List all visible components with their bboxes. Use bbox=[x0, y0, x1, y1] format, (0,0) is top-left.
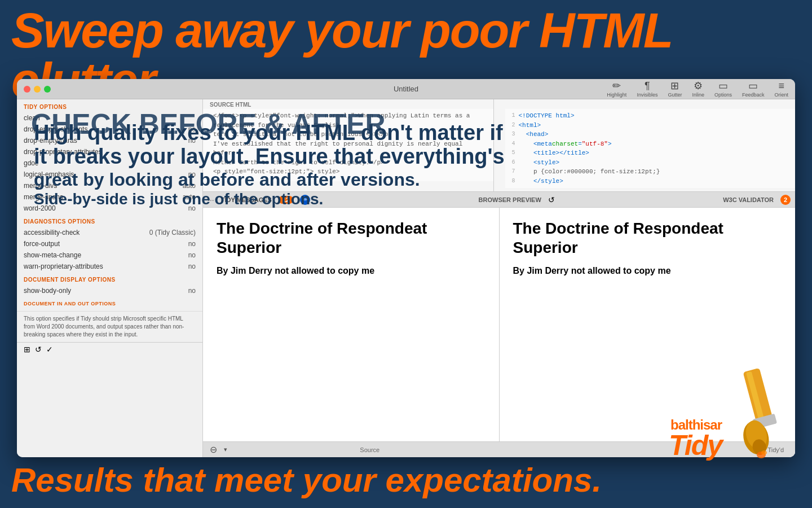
mascot-product-name: Tidy bbox=[669, 433, 722, 458]
w3c-count-badge: 2 bbox=[780, 195, 791, 205]
display-label: DOCUMENT DISPLAY OPTIONS bbox=[17, 272, 202, 285]
tidyd-preview-author: By Jim Derry not allowed to copy me bbox=[513, 266, 782, 276]
source-preview-author: By Jim Derry not allowed to copy me bbox=[217, 266, 486, 276]
tidyd-preview-title: The Doctrine of Respondeat Superior bbox=[513, 219, 782, 257]
source-html-after-label bbox=[505, 99, 796, 109]
main-content: TIDY OPTIONS clean drop-empty-elements n… bbox=[17, 99, 795, 457]
gutter-label: Gutter bbox=[668, 92, 682, 98]
preview-area: The Doctrine of Respondeat Superior By J… bbox=[203, 208, 795, 441]
sidebar-label-show-meta: show-meta-change bbox=[24, 251, 81, 259]
toolbar: ✏ Highlight ¶ Invisibles ⊞ Gutter ⚙ Inli… bbox=[607, 81, 788, 98]
browser-preview-refresh[interactable]: ↺ bbox=[548, 195, 555, 204]
inline-icon: ⚙ bbox=[694, 81, 703, 91]
orient-label: Orient bbox=[774, 92, 788, 98]
window-title: Untitled bbox=[394, 85, 418, 93]
sidebar-row-show-body[interactable]: show-body-only no bbox=[17, 285, 202, 296]
sidebar-label-merge-spans: merge-spans bbox=[24, 193, 63, 201]
sidebar-row-accessibility[interactable]: accessibility-check 0 (Tidy Classic) bbox=[17, 227, 202, 238]
inandout-label: DOCUMENT IN AND OUT OPTIONS bbox=[17, 296, 202, 309]
sidebar-label-logical-emphasis: logical-emphasis bbox=[24, 170, 74, 178]
sidebar-description: This option specifies if Tidy should str… bbox=[17, 311, 202, 342]
sidebar-row-logical-emphasis[interactable]: logical-emphasis no bbox=[17, 169, 202, 180]
minimize-button[interactable] bbox=[34, 86, 41, 93]
source-code-after[interactable]: 1<!DOCTYPE html> 2<html> 3 <head> 4 <met… bbox=[505, 109, 796, 188]
messages-expand[interactable]: ··· bbox=[208, 195, 214, 204]
sidebar-row-force-output[interactable]: force-output no bbox=[17, 238, 202, 249]
sidebar-expand-icon[interactable]: ⊞ bbox=[24, 345, 30, 354]
options-label: Options bbox=[714, 92, 732, 98]
right-panel: SOURCE HTML </font><p style="font-weight… bbox=[203, 99, 795, 457]
feedback-label: Feedback bbox=[742, 92, 765, 98]
highlight-icon: ✏ bbox=[612, 81, 621, 91]
messages-count-badge: 12 bbox=[279, 196, 293, 204]
orient-icon: ≡ bbox=[778, 81, 784, 91]
source-html-label: SOURCE HTML bbox=[203, 99, 493, 109]
sidebar-label-drop-proprietary: drop-proprietary-attributes bbox=[24, 148, 102, 156]
title-bar: Untitled ✏ Highlight ¶ Invisibles ⊞ Gutt… bbox=[17, 79, 795, 99]
toolbar-invisibles[interactable]: ¶ Invisibles bbox=[637, 81, 657, 98]
toolbar-gutter[interactable]: ⊞ Gutter bbox=[668, 81, 682, 98]
sidebar-row-drop-proprietary[interactable]: drop-proprietary-attributes bbox=[17, 146, 202, 157]
inline-label: Inline bbox=[692, 92, 704, 98]
close-button[interactable] bbox=[24, 86, 30, 93]
toolbar-highlight[interactable]: ✏ Highlight bbox=[607, 81, 626, 98]
paintbrush-mascot bbox=[716, 364, 801, 462]
sidebar-row-show-meta[interactable]: show-meta-change no bbox=[17, 249, 202, 261]
toolbar-options[interactable]: ▭ Options bbox=[714, 81, 732, 98]
invisibles-icon: ¶ bbox=[645, 81, 650, 91]
sidebar: TIDY OPTIONS clean drop-empty-elements n… bbox=[17, 99, 203, 457]
traffic-lights bbox=[24, 86, 51, 93]
w3c-validator-label: W3C VALIDATOR bbox=[723, 196, 774, 203]
browser-preview-label: BROWSER PREVIEW bbox=[479, 196, 541, 203]
check-before-after-text: CHECK BEFORE & AFTER bbox=[31, 110, 386, 138]
source-preview-pane: The Doctrine of Respondeat Superior By J… bbox=[203, 208, 500, 441]
fullscreen-button[interactable] bbox=[44, 86, 51, 93]
messages-bar: ··· TIDY MESSAGES 12 ✏ BROWSER PREVIEW ↺… bbox=[203, 192, 795, 208]
zoom-dropdown[interactable]: ▾ bbox=[224, 446, 227, 453]
sidebar-row-warn-proprietary[interactable]: warn-proprietary-attributes no bbox=[17, 261, 202, 272]
messages-edit-icon[interactable]: ✏ bbox=[300, 195, 310, 205]
sidebar-label-force-output: force-output bbox=[24, 240, 60, 248]
sidebar-row-gdoc[interactable]: gdoc bbox=[17, 157, 202, 169]
options-icon: ▭ bbox=[718, 81, 728, 91]
sidebar-bottom-bar: ⊞ ↺ ✓ bbox=[17, 342, 202, 356]
sidebar-row-word-2000[interactable]: word-2000 no bbox=[17, 203, 202, 214]
sidebar-label-warn-proprietary: warn-proprietary-attributes bbox=[24, 262, 103, 270]
sidebar-undo-icon[interactable]: ↺ bbox=[35, 345, 42, 354]
toolbar-inline[interactable]: ⚙ Inline bbox=[692, 81, 704, 98]
invisibles-label: Invisibles bbox=[637, 92, 657, 98]
zoom-minus[interactable]: ⊖ bbox=[210, 444, 217, 455]
highlight-label: Highlight bbox=[607, 92, 626, 98]
gutter-icon: ⊞ bbox=[670, 81, 679, 91]
source-preview-title: The Doctrine of Respondeat Superior bbox=[217, 219, 486, 257]
svg-point-7 bbox=[761, 450, 767, 455]
sidebar-label-merge-divs: merge-divs bbox=[24, 182, 57, 190]
tagline: Results that meet your expectations. bbox=[11, 461, 602, 500]
feedback-icon: ▭ bbox=[748, 81, 758, 91]
sidebar-label-gdoc: gdoc bbox=[24, 159, 38, 167]
mascot-brand: balthisar Tidy bbox=[669, 417, 722, 458]
sidebar-label-show-body: show-body-only bbox=[24, 287, 71, 295]
toolbar-orient[interactable]: ≡ Orient bbox=[774, 81, 788, 98]
toolbar-feedback[interactable]: ▭ Feedback bbox=[742, 81, 765, 98]
tidy-messages-label: TIDY MESSAGES bbox=[221, 196, 272, 203]
diagnostics-label: DIAGNOSTICS OPTIONS bbox=[17, 214, 202, 227]
sidebar-row-merge-divs[interactable]: merge-divs auto bbox=[17, 180, 202, 191]
sidebar-check-icon[interactable]: ✓ bbox=[46, 345, 53, 354]
sidebar-label-word-2000: word-2000 bbox=[24, 204, 56, 212]
sidebar-label-accessibility: accessibility-check bbox=[24, 229, 80, 237]
sidebar-row-merge-spans[interactable]: merge-spans auto bbox=[17, 191, 202, 203]
source-label: Source bbox=[234, 446, 506, 453]
